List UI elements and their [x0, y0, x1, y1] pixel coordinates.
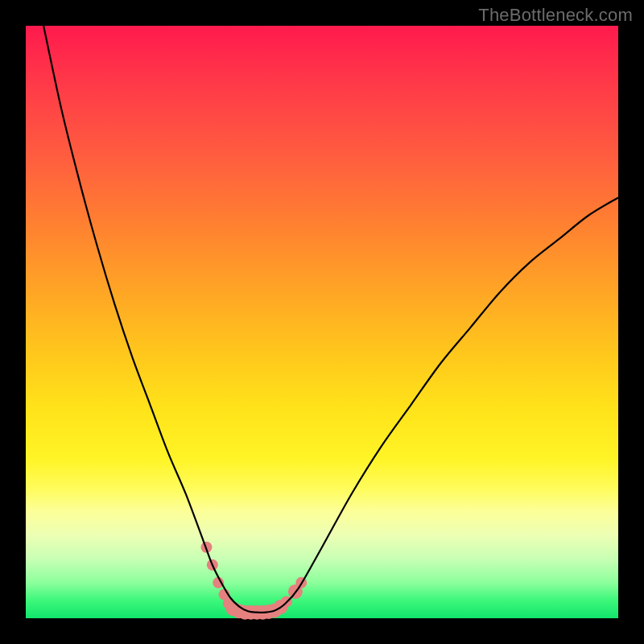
chart-svg	[26, 26, 618, 618]
chart-frame: TheBottleneck.com	[0, 0, 644, 644]
watermark-text: TheBottleneck.com	[478, 5, 633, 26]
bottleneck-curve	[43, 26, 618, 613]
marker-group	[200, 542, 307, 620]
plot-area	[26, 26, 618, 618]
